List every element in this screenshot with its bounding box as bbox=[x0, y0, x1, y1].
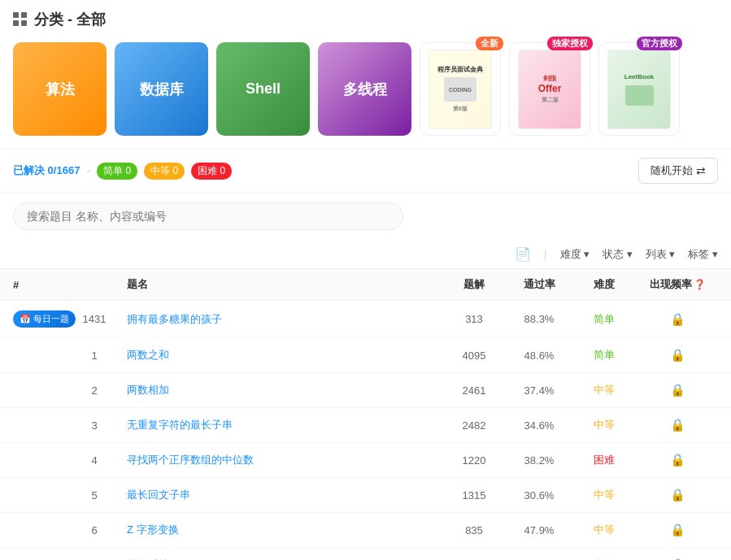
row-num: 1 bbox=[62, 349, 127, 362]
table-row: 4 寻找两个正序数组的中位数 1220 38.2% 困难 🔒 bbox=[0, 443, 731, 478]
row-num: 6 bbox=[62, 524, 127, 536]
random-button[interactable]: 随机开始 ⇄ bbox=[638, 158, 718, 184]
table-header: # 题名 题解 通过率 难度 出现频率 ❓ bbox=[0, 269, 731, 301]
col-freq-header: 出现频率 ❓ bbox=[637, 277, 718, 292]
row-freq: 🔒 bbox=[637, 418, 718, 432]
filter-difficulty[interactable]: 难度 ▾ bbox=[560, 247, 590, 262]
table-row: 3 无重复字符的最长子串 2482 34.6% 中等 🔒 bbox=[0, 408, 731, 443]
doc-icon[interactable]: 📄 bbox=[515, 246, 531, 262]
row-num: 5 bbox=[62, 489, 127, 501]
badge-official: 官方授权 bbox=[637, 37, 682, 50]
row-acceptance: 48.6% bbox=[507, 349, 572, 362]
row-freq: 🔒 bbox=[637, 348, 718, 362]
row-title[interactable]: 拥有最多糖果的孩子 bbox=[127, 312, 442, 327]
easy-badge[interactable]: 简单 0 bbox=[97, 163, 137, 180]
row-num: 3 bbox=[62, 419, 127, 432]
filter-list[interactable]: 列表 ▾ bbox=[646, 247, 676, 262]
filter-row: 📄 | 难度 ▾ 状态 ▾ 列表 ▾ 标签 ▾ bbox=[0, 240, 731, 269]
badge-new: 全新 bbox=[476, 37, 503, 50]
hard-badge[interactable]: 困难 0 bbox=[191, 163, 232, 180]
medium-badge[interactable]: 中等 0 bbox=[144, 163, 185, 180]
table-row: 2 两数相加 2461 37.4% 中等 🔒 bbox=[0, 373, 731, 408]
row-difficulty: 中等 bbox=[572, 418, 637, 432]
cat-db[interactable]: 数据库 bbox=[115, 42, 208, 136]
row-freq: 🔒 bbox=[637, 453, 718, 467]
row-difficulty: 简单 bbox=[572, 348, 637, 362]
table-row: 1 两数之和 4095 48.6% 简单 🔒 bbox=[0, 338, 731, 373]
row-title[interactable]: 两数相加 bbox=[127, 383, 442, 397]
table-row: 5 最长回文子串 1315 30.6% 中等 🔒 bbox=[0, 478, 731, 513]
row-solutions: 4095 bbox=[442, 349, 507, 362]
row-title[interactable]: 最长回文子串 bbox=[127, 488, 442, 502]
resolved-stat: 已解决 0/1667 bbox=[13, 163, 80, 178]
row-title[interactable]: Z 字形变换 bbox=[127, 523, 442, 537]
daily-icon: 📅 每日一题 bbox=[13, 310, 62, 328]
row-acceptance: 30.6% bbox=[507, 489, 572, 501]
row-solutions: 2461 bbox=[442, 384, 507, 397]
row-solutions: 313 bbox=[442, 313, 507, 325]
cat-book2[interactable]: 独家授权 剑指 Offer 第二版 bbox=[509, 42, 590, 136]
row-title[interactable]: 无重复字符的最长子串 bbox=[127, 418, 442, 432]
shuffle-icon: ⇄ bbox=[696, 164, 706, 177]
table-row: 📅 每日一题 1431 拥有最多糖果的孩子 313 88.3% 简单 🔒 bbox=[0, 301, 731, 338]
col-difficulty-header: 难度 bbox=[572, 277, 637, 292]
row-title[interactable]: 寻找两个正序数组的中位数 bbox=[127, 453, 442, 467]
problem-table: 📅 每日一题 1431 拥有最多糖果的孩子 313 88.3% 简单 🔒 1 两… bbox=[0, 301, 731, 560]
grid-icon bbox=[13, 12, 28, 27]
row-acceptance: 37.4% bbox=[507, 384, 572, 397]
row-acceptance: 47.9% bbox=[507, 524, 572, 536]
row-solutions: 2482 bbox=[442, 419, 507, 432]
col-solutions-header: 题解 bbox=[442, 277, 507, 292]
row-freq: 🔒 bbox=[637, 523, 718, 537]
row-acceptance: 88.3% bbox=[507, 313, 572, 325]
col-title-header: 题名 bbox=[127, 277, 442, 292]
row-solutions: 835 bbox=[442, 524, 507, 536]
table-row: 6 Z 字形变换 835 47.9% 中等 🔒 bbox=[0, 513, 731, 548]
badge-exclusive: 独家授权 bbox=[547, 37, 593, 50]
row-acceptance: 38.2% bbox=[507, 454, 572, 467]
row-difficulty: 中等 bbox=[572, 383, 637, 397]
help-icon[interactable]: ❓ bbox=[694, 279, 706, 290]
search-input[interactable] bbox=[13, 202, 403, 230]
col-hash: # bbox=[13, 279, 62, 291]
col-acceptance-header: 通过率 bbox=[507, 277, 572, 292]
table-row: 7 整数反转 1799 34.2% 中等 🔒 bbox=[0, 548, 731, 560]
stats-bar: 已解决 0/1667 - 简单 0 中等 0 困难 0 随机开始 ⇄ bbox=[0, 149, 731, 192]
search-section bbox=[0, 192, 731, 240]
cat-multithread[interactable]: 多线程 bbox=[318, 42, 411, 136]
row-title[interactable]: 两数之和 bbox=[127, 348, 442, 362]
page-header: 分类 - 全部 bbox=[0, 0, 731, 36]
cat-book3[interactable]: 官方授权 LeetBook bbox=[598, 42, 680, 136]
row-num: 2 bbox=[62, 384, 127, 397]
row-freq: 🔒 bbox=[637, 312, 718, 327]
row-difficulty: 困难 bbox=[572, 453, 637, 467]
main-container: 分类 - 全部 算法 数据库 Shell 多线程 全新 程序员面试金典 CODI… bbox=[0, 0, 731, 560]
row-solutions: 1220 bbox=[442, 454, 507, 467]
row-freq: 🔒 bbox=[637, 383, 718, 397]
row-difficulty: 中等 bbox=[572, 488, 637, 502]
cat-book1[interactable]: 全新 程序员面试金典 CODING 第6版 bbox=[420, 42, 501, 136]
row-freq: 🔒 bbox=[637, 488, 718, 502]
row-difficulty: 中等 bbox=[572, 523, 637, 537]
row-solutions: 1315 bbox=[442, 489, 507, 501]
cat-shell[interactable]: Shell bbox=[216, 42, 310, 136]
category-list: 算法 数据库 Shell 多线程 全新 程序员面试金典 CODING 第6版 独… bbox=[0, 36, 731, 149]
cat-algo[interactable]: 算法 bbox=[13, 42, 107, 136]
row-acceptance: 34.6% bbox=[507, 419, 572, 432]
row-num: 1431 bbox=[62, 313, 127, 325]
filter-tag[interactable]: 标签 ▾ bbox=[688, 247, 718, 262]
row-difficulty: 简单 bbox=[572, 312, 637, 327]
filter-status[interactable]: 状态 ▾ bbox=[603, 247, 633, 262]
row-num: 4 bbox=[62, 454, 127, 467]
page-title: 分类 - 全部 bbox=[34, 10, 106, 29]
